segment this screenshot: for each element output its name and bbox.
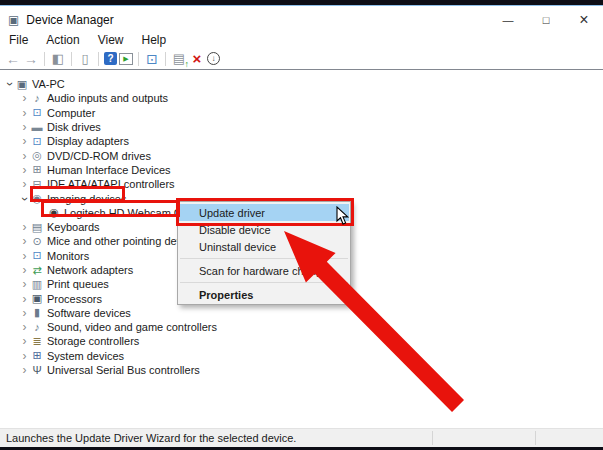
- tree-item-label: Processors: [47, 293, 102, 305]
- chevron-collapsed-icon[interactable]: ›: [19, 221, 30, 233]
- chevron-collapsed-icon[interactable]: ›: [19, 150, 30, 162]
- chevron-collapsed-icon[interactable]: ›: [19, 235, 30, 247]
- chevron-collapsed-icon[interactable]: ›: [19, 278, 30, 290]
- help-icon[interactable]: ?: [104, 52, 117, 65]
- tree-item-label: Universal Serial Bus controllers: [47, 364, 200, 376]
- window-controls: —□×: [489, 7, 603, 32]
- forward-icon[interactable]: →: [23, 51, 39, 67]
- chevron-collapsed-icon[interactable]: ›: [19, 250, 30, 262]
- toolbar: ←→◧▯?▶⊡▤↑×↓: [0, 48, 603, 70]
- tree-item-sound-video-and-game-controllers[interactable]: ›♪Sound, video and game controllers: [0, 320, 603, 334]
- tree-item-label: Human Interface Devices: [47, 164, 171, 176]
- chevron-collapsed-icon[interactable]: ›: [19, 264, 30, 276]
- keyboard-icon: ▤: [30, 222, 44, 233]
- processor-icon: ▣: [30, 293, 44, 304]
- action-pane-icon[interactable]: ▶: [119, 53, 133, 65]
- screenshot-root: ▣ Device Manager —□× FileActionViewHelp …: [0, 0, 603, 450]
- context-menu-item-scan-for-hardware-changes[interactable]: Scan for hardware changes: [179, 262, 349, 279]
- dvd-icon: ◎: [30, 150, 44, 161]
- tree-item-label: Network adapters: [47, 264, 133, 276]
- chevron-collapsed-icon[interactable]: ›: [19, 364, 30, 376]
- back-icon[interactable]: ←: [5, 51, 21, 67]
- menu-bar: FileActionViewHelp: [0, 32, 603, 48]
- status-text: Launches the Update Driver Wizard for th…: [0, 432, 296, 444]
- tree-item-label: VA-PC: [32, 78, 65, 90]
- audio-icon: ♪: [30, 93, 44, 104]
- remote-computer-icon[interactable]: ⊡: [144, 51, 160, 67]
- toolbar-divider: [44, 52, 45, 66]
- title-bar[interactable]: ▣ Device Manager —□×: [0, 7, 603, 32]
- tree-item-va-pc[interactable]: ›▣VA-PC: [0, 77, 603, 91]
- usb-icon: Ψ: [30, 365, 44, 376]
- tree-item-label: IDE ATA/ATAPI controllers: [47, 178, 175, 190]
- tree-item-label: Software devices: [47, 307, 131, 319]
- tree-item-label: Keyboards: [47, 221, 100, 233]
- tree-item-ide-ata-atapi-controllers[interactable]: ›⊟IDE ATA/ATAPI controllers: [0, 177, 603, 191]
- pc-icon: ▣: [15, 79, 29, 90]
- tree-item-dvd-cd-rom-drives[interactable]: ›◎DVD/CD-ROM drives: [0, 148, 603, 162]
- tree-item-label: Computer: [47, 107, 95, 119]
- tree-item-label: Monitors: [47, 250, 89, 262]
- chevron-collapsed-icon[interactable]: ›: [19, 335, 30, 347]
- context-menu-separator: [180, 258, 348, 259]
- context-menu-separator: [180, 282, 348, 283]
- context-menu-item-update-driver[interactable]: Update driver: [179, 204, 349, 221]
- sound-icon: ♪: [30, 322, 44, 333]
- chevron-expanded-icon[interactable]: ›: [4, 79, 16, 90]
- chevron-collapsed-icon[interactable]: ›: [19, 293, 30, 305]
- properties-page-icon[interactable]: ▯: [77, 51, 93, 67]
- toolbar-divider: [165, 52, 166, 66]
- tree-item-system-devices[interactable]: ›⊞System devices: [0, 349, 603, 363]
- context-menu-item-uninstall-device[interactable]: Uninstall device: [179, 238, 349, 255]
- console-tree-icon[interactable]: ◧: [50, 51, 66, 67]
- chevron-expanded-icon[interactable]: ›: [19, 193, 31, 204]
- imaging-icon: ◉: [30, 193, 44, 204]
- tree-item-label: System devices: [47, 350, 124, 362]
- tree-item-label: DVD/CD-ROM drives: [47, 150, 151, 162]
- close-button[interactable]: ×: [565, 7, 603, 32]
- context-menu-item-disable-device[interactable]: Disable device: [179, 221, 349, 238]
- display-icon: ⊡: [30, 136, 44, 147]
- hid-icon: ⊞: [30, 164, 44, 175]
- tree-item-label: Print queues: [47, 278, 109, 290]
- chevron-collapsed-icon[interactable]: ›: [19, 164, 30, 176]
- menu-action[interactable]: Action: [37, 33, 88, 47]
- chevron-collapsed-icon[interactable]: ›: [19, 350, 30, 362]
- chevron-collapsed-icon[interactable]: ›: [19, 178, 30, 190]
- tree-item-software-devices[interactable]: ›▮Software devices: [0, 306, 603, 320]
- uninstall-device-icon[interactable]: ×: [189, 51, 205, 67]
- storage-icon: ≣: [30, 336, 44, 347]
- minimize-button[interactable]: —: [489, 7, 527, 32]
- tree-item-label: Storage controllers: [47, 335, 139, 347]
- device-manager-app-icon: ▣: [8, 14, 19, 26]
- menu-file[interactable]: File: [0, 33, 37, 47]
- tree-item-label: Display adapters: [47, 135, 129, 147]
- tree-item-computer[interactable]: ›⊡Computer: [0, 106, 603, 120]
- tree-item-label: Imaging devices: [47, 193, 127, 205]
- tree-item-storage-controllers[interactable]: ›≣Storage controllers: [0, 334, 603, 348]
- statusbar-divider: [535, 431, 536, 445]
- menu-view[interactable]: View: [89, 33, 133, 47]
- chevron-collapsed-icon[interactable]: ›: [19, 307, 30, 319]
- context-menu-item-properties[interactable]: Properties: [179, 286, 349, 303]
- tree-item-display-adapters[interactable]: ›⊡Display adapters: [0, 134, 603, 148]
- chevron-collapsed-icon[interactable]: ›: [19, 321, 30, 333]
- tree-item-disk-drives[interactable]: ›▬Disk drives: [0, 120, 603, 134]
- context-menu: Update driverDisable deviceUninstall dev…: [177, 201, 351, 305]
- chevron-collapsed-icon[interactable]: ›: [19, 92, 30, 104]
- maximize-button[interactable]: □: [527, 7, 565, 32]
- tree-item-universal-serial-bus-controllers[interactable]: ›ΨUniversal Serial Bus controllers: [0, 363, 603, 377]
- toolbar-divider: [98, 52, 99, 66]
- status-bar: Launches the Update Driver Wizard for th…: [0, 428, 603, 447]
- tree-item-audio-inputs-and-outputs[interactable]: ›♪Audio inputs and outputs: [0, 91, 603, 105]
- chevron-collapsed-icon[interactable]: ›: [19, 135, 30, 147]
- software-icon: ▮: [30, 307, 44, 318]
- chevron-collapsed-icon[interactable]: ›: [19, 107, 30, 119]
- update-driver-icon[interactable]: ▤↑: [171, 51, 187, 67]
- menu-help[interactable]: Help: [133, 33, 176, 47]
- chevron-collapsed-icon[interactable]: ›: [19, 121, 30, 133]
- tree-item-human-interface-devices[interactable]: ›⊞Human Interface Devices: [0, 163, 603, 177]
- disk-icon: ▬: [30, 122, 44, 133]
- disable-device-icon[interactable]: ↓: [207, 52, 220, 65]
- system-icon: ⊞: [30, 350, 44, 361]
